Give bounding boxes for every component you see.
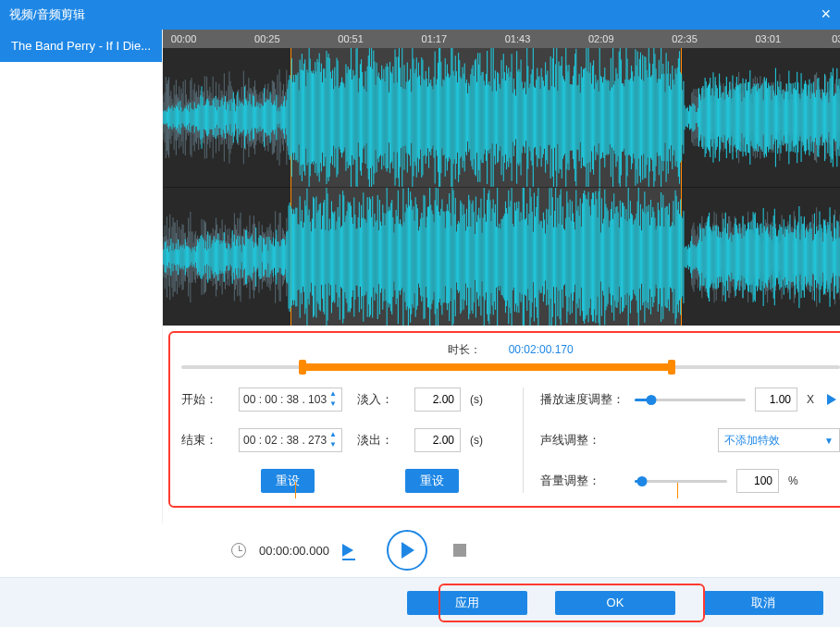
waveform-display[interactable] (163, 48, 840, 326)
window-title: 视频/音频剪辑 (9, 6, 85, 23)
stop-button[interactable] (453, 544, 466, 557)
ruler-tick: 00:25 (254, 33, 280, 44)
reset-time-button[interactable]: 重设 (261, 469, 315, 493)
chevron-down-icon: ▼ (824, 436, 834, 446)
ruler-tick: 00:51 (338, 33, 364, 44)
ruler-tick: 01:17 (422, 33, 448, 44)
volume-slider[interactable] (635, 473, 727, 488)
ruler-tick: 01:43 (505, 33, 531, 44)
sidebar-item[interactable]: The Band Perry - If I Die... (0, 30, 162, 62)
reset-fade-button[interactable]: 重设 (405, 469, 459, 493)
start-label: 开始： (181, 391, 229, 408)
fadein-label: 淡入： (357, 391, 405, 408)
preview-speed-icon[interactable] (823, 391, 840, 408)
spin-up-icon[interactable]: ▲ (327, 389, 340, 400)
ruler-tick: 00:00 (171, 33, 197, 44)
speed-label: 播放速度调整： (540, 391, 625, 408)
highlight-box (439, 584, 705, 622)
end-label: 结束： (181, 432, 229, 449)
end-time-input[interactable]: 00 : 02 : 38 . 273 ▲▼ (239, 428, 342, 452)
fadeout-input[interactable] (414, 428, 461, 452)
play-button[interactable] (387, 530, 427, 571)
speed-slider[interactable] (635, 392, 746, 407)
spin-down-icon[interactable]: ▼ (327, 400, 340, 410)
ruler-tick: 03:27 (832, 33, 840, 44)
title-bar: 视频/音频剪辑 × (0, 0, 840, 30)
close-icon[interactable]: × (821, 5, 831, 24)
fadeout-label: 淡出： (357, 432, 405, 449)
ruler-tick: 03:01 (755, 33, 781, 44)
file-list-sidebar: The Band Perry - If I Die... (0, 30, 163, 523)
fadein-input[interactable] (414, 387, 461, 412)
duration-readout: 时长： 00:02:00.170 (181, 342, 840, 358)
clock-icon (231, 543, 246, 558)
cancel-button[interactable]: 取消 (703, 591, 823, 615)
spin-down-icon[interactable]: ▼ (327, 440, 340, 450)
voice-label: 声线调整： (540, 432, 625, 449)
dialog-footer: 应用 OK 取消 (0, 577, 840, 627)
trim-controls-panel: 时长： 00:02:00.170 开始： 00 : 00 : 38 . 103 … (168, 331, 840, 508)
speed-input[interactable] (755, 387, 797, 412)
playback-timecode: 00:00:00.000 (259, 544, 329, 558)
playback-bar: 00:00:00.000 (0, 523, 840, 577)
trim-end-handle[interactable] (668, 360, 675, 375)
time-ruler: 00:00 00:25 00:51 01:17 01:43 02:09 02:3… (163, 30, 840, 48)
volume-input[interactable] (736, 469, 779, 493)
volume-label: 音量调整： (540, 473, 625, 489)
voice-effect-select[interactable]: 不添加特效 ▼ (718, 428, 840, 452)
spin-up-icon[interactable]: ▲ (327, 430, 340, 440)
start-time-input[interactable]: 00 : 00 : 38 . 103 ▲▼ (239, 387, 342, 412)
goto-mark-button[interactable] (342, 542, 363, 559)
ruler-tick: 02:35 (672, 33, 698, 44)
trim-start-handle[interactable] (299, 360, 306, 375)
trim-range-slider[interactable] (181, 363, 840, 371)
ruler-tick: 02:09 (588, 33, 614, 44)
